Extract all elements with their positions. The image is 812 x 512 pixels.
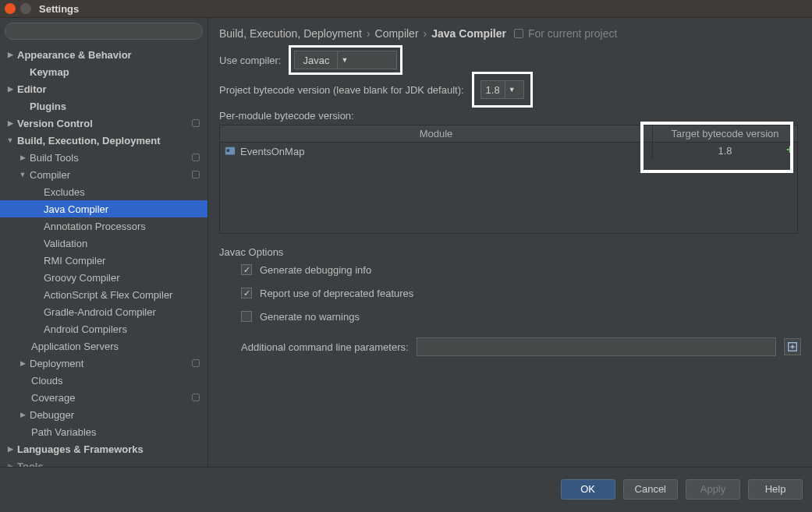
tree-rmi[interactable]: RMI Compiler [0, 252, 207, 269]
tree-clouds[interactable]: Clouds [0, 372, 207, 389]
tree-gradle-android[interactable]: Gradle-Android Compiler [0, 303, 207, 320]
tree-validation[interactable]: Validation [0, 235, 207, 252]
report-deprecated-checkbox[interactable] [241, 288, 252, 298]
apply-button[interactable]: Apply [686, 479, 740, 500]
tree-excludes[interactable]: Excludes [0, 183, 207, 200]
cancel-button[interactable]: Cancel [623, 479, 678, 500]
javac-options-label: Javac Options [219, 246, 801, 258]
crumb-bed[interactable]: Build, Execution, Deployment [219, 27, 362, 40]
project-scope-icon [192, 394, 200, 401]
table-row[interactable]: EventsOnMap 1.8 [220, 143, 797, 160]
tree-annotation[interactable]: Annotation Processors [0, 217, 207, 235]
for-current-project-label: For current project [528, 27, 617, 40]
highlight-use-compiler: Javac ▼ [289, 45, 402, 75]
project-scope-icon [192, 359, 200, 367]
tree-langfw[interactable]: ▶Languages & Frameworks [0, 440, 207, 457]
window-close-icon[interactable] [5, 3, 16, 14]
project-bytecode-dropdown[interactable]: 1.8 ▼ [480, 80, 524, 99]
project-scope-icon [192, 171, 200, 178]
settings-tree: ▶Appearance & Behavior Keymap ▶Editor Pl… [0, 43, 207, 467]
tree-appservers[interactable]: Application Servers [0, 337, 207, 355]
report-deprecated-label: Report use of deprecated features [260, 288, 413, 299]
tree-appearance[interactable]: ▶Appearance & Behavior [0, 46, 207, 63]
generate-debug-checkbox[interactable] [241, 264, 252, 275]
tree-tools[interactable]: ▶Tools [0, 457, 207, 467]
use-compiler-value: Javac [295, 55, 337, 66]
project-scope-icon [514, 29, 523, 38]
ok-button[interactable]: OK [561, 479, 615, 500]
tree-deployment[interactable]: ▶Deployment [0, 355, 207, 372]
chevron-down-icon: ▼ [505, 81, 519, 98]
project-bytecode-value: 1.8 [481, 84, 505, 96]
search-input[interactable] [5, 23, 203, 40]
highlight-project-bytecode: 1.8 ▼ [472, 72, 533, 108]
window-title: Settings [39, 3, 79, 15]
tree-bed[interactable]: ▼Build, Execution, Deployment [0, 132, 207, 149]
chevron-down-icon: ▼ [337, 51, 351, 69]
tree-vcs[interactable]: ▶Version Control [0, 115, 207, 132]
use-compiler-label: Use compiler: [219, 55, 281, 66]
tree-buildtools[interactable]: ▶Build Tools [0, 149, 207, 166]
help-button[interactable]: Help [748, 479, 803, 500]
module-icon [225, 146, 236, 157]
generate-debug-label: Generate debugging info [260, 264, 371, 276]
settings-content: Build, Execution, Deployment › Compiler … [208, 18, 812, 467]
svg-rect-3 [227, 149, 230, 152]
project-scope-icon [192, 119, 200, 127]
add-module-button[interactable]: + [786, 144, 799, 157]
generate-no-warn-label: Generate no warnings [260, 311, 360, 323]
crumb-compiler[interactable]: Compiler [375, 27, 419, 40]
settings-sidebar: ▶Appearance & Behavior Keymap ▶Editor Pl… [0, 18, 208, 467]
tree-pathvars[interactable]: Path Variables [0, 423, 207, 440]
tree-debugger[interactable]: ▶Debugger [0, 406, 207, 423]
col-target: Target bytecode version [652, 125, 797, 142]
breadcrumb: Build, Execution, Deployment › Compiler … [208, 18, 812, 46]
tree-keymap[interactable]: Keymap [0, 63, 207, 80]
window-maximize-icon[interactable] [20, 3, 31, 14]
tree-java-compiler[interactable]: Java Compiler [0, 200, 207, 217]
project-scope-icon [192, 154, 200, 161]
module-table-header: Module Target bytecode version [220, 125, 797, 143]
tree-asflex[interactable]: ActionScript & Flex Compiler [0, 286, 207, 303]
crumb-java: Java Compiler [431, 27, 506, 40]
tree-coverage[interactable]: Coverage [0, 389, 207, 406]
window-titlebar: Settings [0, 0, 812, 18]
tree-android[interactable]: Android Compilers [0, 320, 207, 337]
use-compiler-dropdown[interactable]: Javac ▼ [294, 51, 397, 69]
dialog-button-bar: OK Cancel Apply Help [0, 467, 812, 510]
module-name: EventsOnMap [240, 146, 304, 157]
tree-plugins[interactable]: Plugins [0, 97, 207, 115]
per-module-label: Per-module bytecode version: [219, 110, 801, 122]
addl-params-input[interactable] [417, 337, 776, 356]
expand-params-button[interactable] [784, 338, 801, 355]
tree-groovy[interactable]: Groovy Compiler [0, 269, 207, 286]
addl-params-label: Additional command line parameters: [241, 341, 409, 353]
tree-compiler[interactable]: ▼Compiler [0, 166, 207, 183]
module-target[interactable]: 1.8 [652, 143, 797, 160]
project-bytecode-label: Project bytecode version (leave blank fo… [219, 84, 464, 96]
col-module: Module [220, 125, 652, 142]
generate-no-warn-checkbox[interactable] [241, 311, 252, 322]
tree-editor[interactable]: ▶Editor [0, 80, 207, 97]
module-bytecode-table[interactable]: Module Target bytecode version Events [219, 125, 798, 234]
